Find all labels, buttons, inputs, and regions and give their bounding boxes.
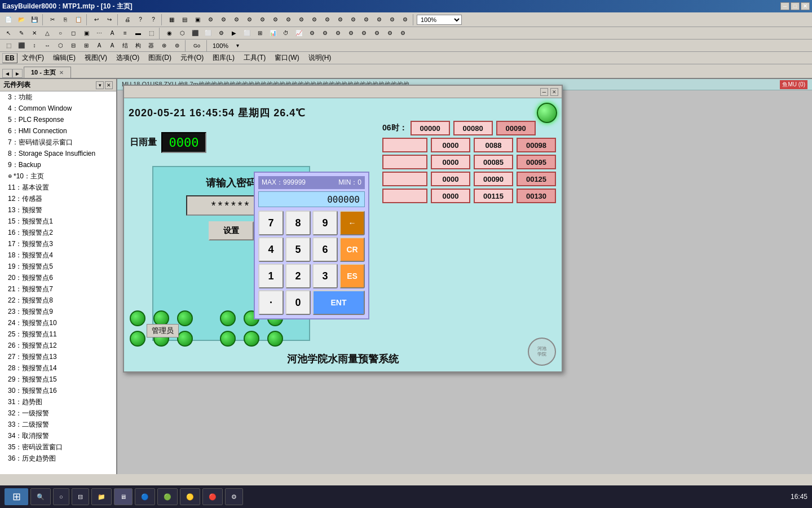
r2-t28[interactable]: ⚙	[358, 28, 370, 39]
r2-t21[interactable]: 📊	[267, 28, 279, 39]
r3-t11[interactable]: 构	[132, 40, 144, 51]
sidebar-item-3[interactable]: 3：功能	[0, 91, 116, 103]
sidebar-item-18[interactable]: 18：预报警点4	[0, 249, 116, 261]
taskbar-app5[interactable]: ⚙	[225, 488, 243, 505]
r2-t5[interactable]: ○	[54, 28, 67, 39]
data-cell-3-1[interactable]: 0000	[431, 155, 470, 169]
taskbar-taskview[interactable]: ⊟	[72, 488, 89, 505]
maximize-button[interactable]: □	[791, 2, 800, 10]
r2-t10[interactable]: ≡	[119, 28, 131, 39]
t11[interactable]: ⚙	[295, 14, 307, 25]
r2-t6[interactable]: ◻	[67, 28, 80, 39]
r2-t1[interactable]: ↖	[2, 28, 15, 39]
numpad-dot[interactable]: ·	[258, 290, 284, 315]
r2-t11[interactable]: ▬	[132, 28, 144, 39]
data-cell-2-3[interactable]: 00098	[517, 138, 556, 152]
tab-nav-next[interactable]: ►	[12, 69, 23, 78]
r2-t16[interactable]: ⬜	[202, 28, 214, 39]
copy-btn[interactable]: ⎘	[59, 14, 72, 25]
save-btn[interactable]: 💾	[28, 14, 41, 25]
help2-btn[interactable]: ?	[147, 14, 160, 25]
sidebar-item-10[interactable]: ⊕*10：主页	[0, 170, 116, 182]
t16[interactable]: ⚙	[360, 14, 372, 25]
numpad-enter[interactable]: ENT	[312, 290, 365, 315]
data-cell-2-0[interactable]	[382, 138, 427, 152]
sidebar-item-13[interactable]: 13：预报警	[0, 204, 116, 216]
menu-element[interactable]: 元件(O)	[176, 52, 208, 64]
t7[interactable]: ⚙	[243, 14, 255, 25]
t6[interactable]: ⚙	[230, 14, 242, 25]
close-button[interactable]: ✕	[801, 2, 810, 10]
numpad-5[interactable]: 5	[285, 237, 311, 262]
redo-btn[interactable]: ↪	[103, 14, 116, 25]
r3-t6[interactable]: ⊟	[67, 40, 80, 51]
sidebar-item-7[interactable]: 7：密码错误提示窗口	[0, 137, 116, 148]
r2-t9[interactable]: A	[106, 28, 118, 39]
minimize-button[interactable]: ─	[780, 2, 789, 10]
r3-t5[interactable]: ⬡	[54, 40, 67, 51]
data-cell-1-3[interactable]: 00090	[496, 121, 536, 135]
data-cell-4-3[interactable]: 00125	[517, 172, 556, 186]
sidebar-item-17[interactable]: 17：预报警点3	[0, 238, 116, 249]
menu-file[interactable]: 文件(F)	[17, 52, 48, 64]
help-btn[interactable]: ?	[134, 14, 147, 25]
r2-t26[interactable]: ⚙	[332, 28, 344, 39]
r3-t15[interactable]: Go	[189, 40, 205, 51]
menu-help[interactable]: 说明(H)	[304, 52, 336, 64]
menu-options[interactable]: 选项(O)	[112, 52, 144, 64]
r3-t9[interactable]: A	[106, 40, 118, 51]
t17[interactable]: ⚙	[373, 14, 385, 25]
sidebar-pin-btn[interactable]: ▾	[96, 81, 104, 89]
print-btn[interactable]: 🖨	[121, 14, 134, 25]
hmi-minimize-btn[interactable]: ─	[540, 88, 548, 96]
taskbar-app4[interactable]: 🔴	[202, 488, 223, 505]
r2-t23[interactable]: 📈	[293, 28, 305, 39]
menu-library[interactable]: 图库(L)	[208, 52, 239, 64]
rain-value[interactable]: 0000	[161, 132, 206, 153]
taskbar-cortana[interactable]: ○	[53, 488, 69, 505]
sidebar-close-btn[interactable]: ✕	[105, 81, 113, 89]
sidebar-item-25[interactable]: 25：预报警点11	[0, 329, 116, 340]
compile-btn[interactable]: ▦	[165, 14, 178, 25]
r3-t3[interactable]: ↕	[28, 40, 41, 51]
zoom-dropdown[interactable]: ▾	[231, 40, 244, 51]
sidebar-item-16[interactable]: 16：预报警点2	[0, 227, 116, 238]
r3-t7[interactable]: ⊞	[80, 40, 92, 51]
new-btn[interactable]: 📄	[2, 14, 15, 25]
r2-t8[interactable]: ⋯	[93, 28, 105, 39]
r2-t29[interactable]: ⚙	[370, 28, 383, 39]
sidebar-item-21[interactable]: 21：预报警点7	[0, 283, 116, 295]
taskbar-app1[interactable]: 🔵	[135, 488, 155, 505]
hmi-close-btn[interactable]: ✕	[550, 88, 558, 96]
numpad-es[interactable]: ES	[339, 264, 365, 288]
r2-t2[interactable]: ✎	[15, 28, 28, 39]
r2-t25[interactable]: ⚙	[319, 28, 331, 39]
numpad-backspace[interactable]: ←	[339, 211, 365, 235]
sidebar-item-22[interactable]: 22：预报警点8	[0, 295, 116, 306]
sidebar-item-24[interactable]: 24：预报警点10	[0, 317, 116, 329]
menu-tools[interactable]: 工具(T)	[239, 52, 270, 64]
r2-t19[interactable]: ⬜	[241, 28, 253, 39]
menu-view[interactable]: 视图(V)	[80, 52, 112, 64]
numpad-8[interactable]: 8	[285, 211, 311, 235]
t14[interactable]: ⚙	[334, 14, 346, 25]
data-cell-2-1[interactable]: 0000	[431, 138, 470, 152]
numpad-9[interactable]: 9	[312, 211, 338, 235]
sidebar-item-27[interactable]: 27：预报警点13	[0, 351, 116, 362]
r2-t22[interactable]: ⏱	[280, 28, 292, 39]
numpad-6[interactable]: 6	[312, 237, 338, 262]
sidebar-item-11[interactable]: 11：基本设置	[0, 182, 116, 193]
t2[interactable]: ▤	[178, 14, 191, 25]
data-cell-5-1[interactable]: 0000	[431, 189, 470, 203]
numpad-4[interactable]: 4	[258, 237, 284, 262]
tab-main-page[interactable]: 10 - 主页 ✕	[24, 67, 71, 78]
data-cell-1-2[interactable]: 00080	[453, 121, 493, 135]
sidebar-item-32[interactable]: 32：一级报警	[0, 408, 116, 419]
sidebar-item-12[interactable]: 12：传感器	[0, 193, 116, 204]
t19[interactable]: ⚙	[399, 14, 411, 25]
data-cell-4-0[interactable]	[382, 172, 427, 186]
t12[interactable]: ⚙	[308, 14, 320, 25]
numpad-1[interactable]: 1	[258, 264, 284, 288]
r2-t20[interactable]: ⊞	[254, 28, 266, 39]
sidebar-item-9[interactable]: 9：Backup	[0, 159, 116, 170]
